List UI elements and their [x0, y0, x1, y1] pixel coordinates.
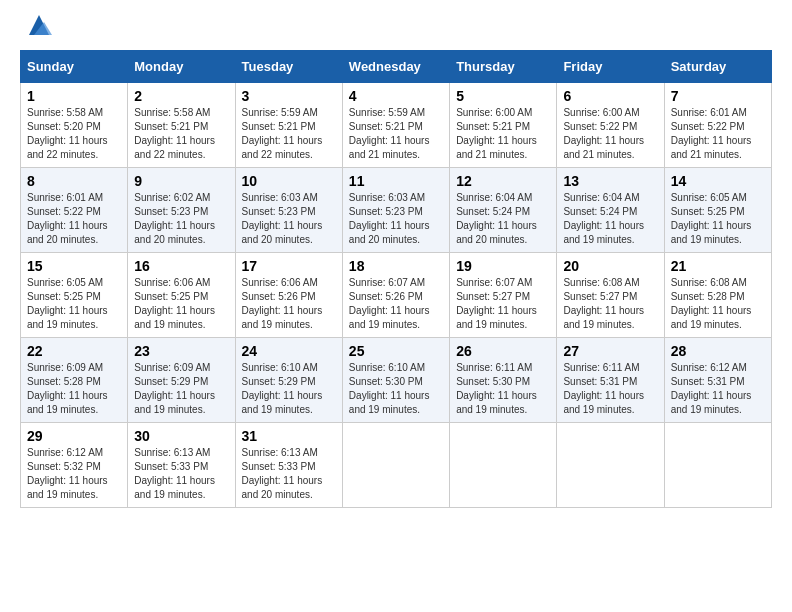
day-number: 18 [349, 258, 443, 274]
day-info: Sunrise: 6:13 AM Sunset: 5:33 PM Dayligh… [134, 446, 228, 502]
day-info: Sunrise: 6:00 AM Sunset: 5:22 PM Dayligh… [563, 106, 657, 162]
calendar-cell: 4Sunrise: 5:59 AM Sunset: 5:21 PM Daylig… [342, 83, 449, 168]
day-number: 7 [671, 88, 765, 104]
calendar-cell: 2Sunrise: 5:58 AM Sunset: 5:21 PM Daylig… [128, 83, 235, 168]
day-info: Sunrise: 6:06 AM Sunset: 5:26 PM Dayligh… [242, 276, 336, 332]
calendar-cell: 11Sunrise: 6:03 AM Sunset: 5:23 PM Dayli… [342, 168, 449, 253]
day-info: Sunrise: 6:09 AM Sunset: 5:29 PM Dayligh… [134, 361, 228, 417]
day-number: 10 [242, 173, 336, 189]
day-number: 27 [563, 343, 657, 359]
day-of-week-friday: Friday [557, 51, 664, 83]
calendar-cell: 31Sunrise: 6:13 AM Sunset: 5:33 PM Dayli… [235, 423, 342, 508]
day-info: Sunrise: 6:00 AM Sunset: 5:21 PM Dayligh… [456, 106, 550, 162]
day-info: Sunrise: 6:05 AM Sunset: 5:25 PM Dayligh… [27, 276, 121, 332]
day-info: Sunrise: 5:58 AM Sunset: 5:20 PM Dayligh… [27, 106, 121, 162]
day-of-week-monday: Monday [128, 51, 235, 83]
calendar-cell: 16Sunrise: 6:06 AM Sunset: 5:25 PM Dayli… [128, 253, 235, 338]
day-info: Sunrise: 6:12 AM Sunset: 5:32 PM Dayligh… [27, 446, 121, 502]
calendar-cell: 20Sunrise: 6:08 AM Sunset: 5:27 PM Dayli… [557, 253, 664, 338]
day-info: Sunrise: 6:09 AM Sunset: 5:28 PM Dayligh… [27, 361, 121, 417]
calendar-cell: 18Sunrise: 6:07 AM Sunset: 5:26 PM Dayli… [342, 253, 449, 338]
day-number: 9 [134, 173, 228, 189]
calendar-cell: 14Sunrise: 6:05 AM Sunset: 5:25 PM Dayli… [664, 168, 771, 253]
calendar-week-row: 1Sunrise: 5:58 AM Sunset: 5:20 PM Daylig… [21, 83, 772, 168]
day-number: 4 [349, 88, 443, 104]
day-of-week-wednesday: Wednesday [342, 51, 449, 83]
day-info: Sunrise: 6:04 AM Sunset: 5:24 PM Dayligh… [456, 191, 550, 247]
day-info: Sunrise: 5:59 AM Sunset: 5:21 PM Dayligh… [349, 106, 443, 162]
calendar-cell: 23Sunrise: 6:09 AM Sunset: 5:29 PM Dayli… [128, 338, 235, 423]
day-info: Sunrise: 6:11 AM Sunset: 5:30 PM Dayligh… [456, 361, 550, 417]
day-info: Sunrise: 6:01 AM Sunset: 5:22 PM Dayligh… [27, 191, 121, 247]
calendar-cell: 9Sunrise: 6:02 AM Sunset: 5:23 PM Daylig… [128, 168, 235, 253]
calendar-cell [664, 423, 771, 508]
calendar-week-row: 15Sunrise: 6:05 AM Sunset: 5:25 PM Dayli… [21, 253, 772, 338]
day-number: 31 [242, 428, 336, 444]
calendar-cell: 26Sunrise: 6:11 AM Sunset: 5:30 PM Dayli… [450, 338, 557, 423]
day-info: Sunrise: 6:08 AM Sunset: 5:27 PM Dayligh… [563, 276, 657, 332]
day-number: 24 [242, 343, 336, 359]
day-number: 23 [134, 343, 228, 359]
day-number: 25 [349, 343, 443, 359]
calendar-cell: 6Sunrise: 6:00 AM Sunset: 5:22 PM Daylig… [557, 83, 664, 168]
day-number: 26 [456, 343, 550, 359]
calendar-cell: 25Sunrise: 6:10 AM Sunset: 5:30 PM Dayli… [342, 338, 449, 423]
calendar-cell: 13Sunrise: 6:04 AM Sunset: 5:24 PM Dayli… [557, 168, 664, 253]
day-number: 6 [563, 88, 657, 104]
day-of-week-thursday: Thursday [450, 51, 557, 83]
day-info: Sunrise: 6:04 AM Sunset: 5:24 PM Dayligh… [563, 191, 657, 247]
calendar-table: SundayMondayTuesdayWednesdayThursdayFrid… [20, 50, 772, 508]
day-number: 2 [134, 88, 228, 104]
day-number: 20 [563, 258, 657, 274]
calendar-header-row: SundayMondayTuesdayWednesdayThursdayFrid… [21, 51, 772, 83]
day-info: Sunrise: 5:59 AM Sunset: 5:21 PM Dayligh… [242, 106, 336, 162]
day-number: 11 [349, 173, 443, 189]
calendar-cell: 24Sunrise: 6:10 AM Sunset: 5:29 PM Dayli… [235, 338, 342, 423]
day-number: 19 [456, 258, 550, 274]
calendar-cell: 15Sunrise: 6:05 AM Sunset: 5:25 PM Dayli… [21, 253, 128, 338]
calendar-week-row: 29Sunrise: 6:12 AM Sunset: 5:32 PM Dayli… [21, 423, 772, 508]
calendar-cell: 22Sunrise: 6:09 AM Sunset: 5:28 PM Dayli… [21, 338, 128, 423]
calendar-cell [342, 423, 449, 508]
calendar-cell: 19Sunrise: 6:07 AM Sunset: 5:27 PM Dayli… [450, 253, 557, 338]
logo-icon [24, 10, 54, 40]
day-number: 8 [27, 173, 121, 189]
day-number: 21 [671, 258, 765, 274]
day-info: Sunrise: 6:05 AM Sunset: 5:25 PM Dayligh… [671, 191, 765, 247]
day-info: Sunrise: 6:11 AM Sunset: 5:31 PM Dayligh… [563, 361, 657, 417]
day-of-week-saturday: Saturday [664, 51, 771, 83]
calendar-cell: 28Sunrise: 6:12 AM Sunset: 5:31 PM Dayli… [664, 338, 771, 423]
day-info: Sunrise: 6:07 AM Sunset: 5:27 PM Dayligh… [456, 276, 550, 332]
calendar-cell: 1Sunrise: 5:58 AM Sunset: 5:20 PM Daylig… [21, 83, 128, 168]
calendar-cell: 29Sunrise: 6:12 AM Sunset: 5:32 PM Dayli… [21, 423, 128, 508]
day-of-week-sunday: Sunday [21, 51, 128, 83]
day-info: Sunrise: 6:12 AM Sunset: 5:31 PM Dayligh… [671, 361, 765, 417]
day-info: Sunrise: 5:58 AM Sunset: 5:21 PM Dayligh… [134, 106, 228, 162]
day-number: 14 [671, 173, 765, 189]
day-number: 15 [27, 258, 121, 274]
calendar-week-row: 22Sunrise: 6:09 AM Sunset: 5:28 PM Dayli… [21, 338, 772, 423]
calendar-week-row: 8Sunrise: 6:01 AM Sunset: 5:22 PM Daylig… [21, 168, 772, 253]
calendar-cell: 30Sunrise: 6:13 AM Sunset: 5:33 PM Dayli… [128, 423, 235, 508]
day-number: 28 [671, 343, 765, 359]
day-info: Sunrise: 6:03 AM Sunset: 5:23 PM Dayligh… [242, 191, 336, 247]
calendar-cell [557, 423, 664, 508]
calendar-cell: 7Sunrise: 6:01 AM Sunset: 5:22 PM Daylig… [664, 83, 771, 168]
day-number: 17 [242, 258, 336, 274]
day-number: 16 [134, 258, 228, 274]
day-number: 30 [134, 428, 228, 444]
day-info: Sunrise: 6:08 AM Sunset: 5:28 PM Dayligh… [671, 276, 765, 332]
calendar-cell: 3Sunrise: 5:59 AM Sunset: 5:21 PM Daylig… [235, 83, 342, 168]
logo [20, 20, 54, 40]
day-of-week-tuesday: Tuesday [235, 51, 342, 83]
day-number: 1 [27, 88, 121, 104]
calendar-cell: 17Sunrise: 6:06 AM Sunset: 5:26 PM Dayli… [235, 253, 342, 338]
day-info: Sunrise: 6:02 AM Sunset: 5:23 PM Dayligh… [134, 191, 228, 247]
day-number: 12 [456, 173, 550, 189]
day-number: 5 [456, 88, 550, 104]
calendar-cell: 27Sunrise: 6:11 AM Sunset: 5:31 PM Dayli… [557, 338, 664, 423]
day-number: 3 [242, 88, 336, 104]
day-info: Sunrise: 6:06 AM Sunset: 5:25 PM Dayligh… [134, 276, 228, 332]
calendar-cell: 5Sunrise: 6:00 AM Sunset: 5:21 PM Daylig… [450, 83, 557, 168]
day-info: Sunrise: 6:10 AM Sunset: 5:30 PM Dayligh… [349, 361, 443, 417]
